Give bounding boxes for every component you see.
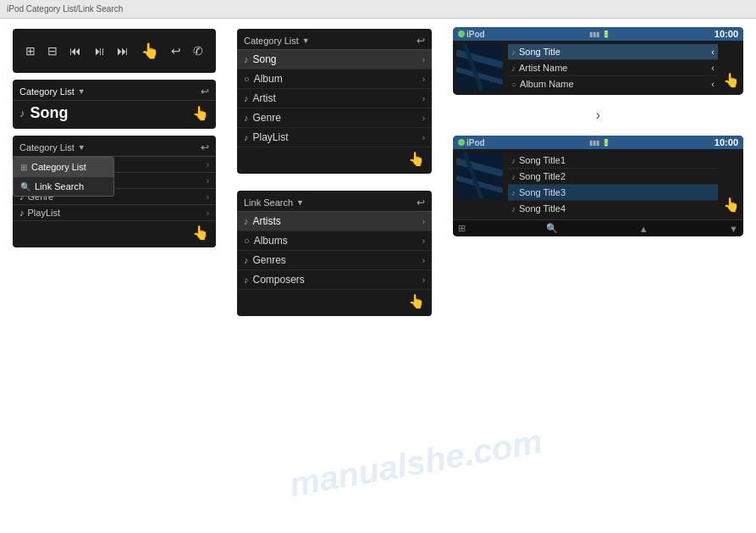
cat-list-panel: Category List ▼ ↩ ⊞ Category List 🔍 Link… — [13, 136, 216, 247]
hand-cursor-ipod1: 👆 — [723, 72, 740, 88]
cat-mid-item-artist[interactable]: ♪ Artist › — [237, 89, 432, 108]
artists-icon: ♪ — [244, 216, 249, 226]
ipod-status-2: ▮▮▮ 🔋 — [589, 139, 610, 147]
cat-dropdown-arrow[interactable]: ▼ — [78, 143, 86, 152]
album-art-svg-1 — [456, 44, 503, 91]
genre-mid-chevron: › — [422, 114, 425, 123]
phone-icon[interactable]: ✆ — [193, 44, 203, 58]
cat-mid-dropdown-arrow[interactable]: ▼ — [302, 36, 310, 45]
albums-label: Albums — [254, 235, 288, 247]
playlist-mid-icon: ♪ — [244, 132, 249, 142]
link-item-genres[interactable]: ♪ Genres › — [237, 251, 432, 270]
ipod-ctrl-search[interactable]: 🔍 — [546, 223, 558, 234]
cat-mid-item-playlist[interactable]: ♪ PlayList › — [237, 128, 432, 147]
link-item-composers[interactable]: ♪ Composers › — [237, 270, 432, 290]
ipod-ctrl-down[interactable]: ▼ — [729, 224, 738, 234]
albums-right: › — [422, 236, 425, 246]
cat-mid-back-icon[interactable]: ↩ — [417, 35, 425, 47]
ipod-ctrl-up[interactable]: ▲ — [639, 224, 648, 234]
ipod-track-artist-name[interactable]: ♪ Artist Name ‹ — [508, 60, 718, 76]
song-title-chevron: ‹ — [711, 47, 715, 57]
ipod-green-dot-2 — [458, 139, 465, 146]
ipod-track-song-title[interactable]: ♪ Song Title ‹ — [508, 44, 718, 60]
playlist-right: › — [422, 133, 425, 142]
link-search-dropdown-arrow[interactable]: ▼ — [296, 198, 304, 207]
cat-list-dropdown-area: Category List ▼ ↩ ⊞ Category List 🔍 Link… — [13, 136, 216, 247]
source-icon[interactable]: ⊟ — [47, 44, 58, 58]
cat-mid-header-left: Category List ▼ — [244, 36, 310, 46]
back-icon-song[interactable]: ↩ — [201, 86, 209, 97]
cat-song-header-label: Category List ▼ — [19, 86, 86, 97]
category-list-icon: ⊞ — [20, 163, 27, 172]
ipod-ctrl-grid[interactable]: ⊞ — [458, 223, 466, 234]
cat-mid-item-song[interactable]: ♪ Song › — [237, 50, 432, 69]
ipod-track-list-2: ♪ Song Title1 ♪ Song Title2 ♪ Song — [508, 153, 718, 216]
track-left-song1: ♪ Song Title1 — [511, 155, 566, 165]
playlist-icon: ♪ — [19, 208, 25, 218]
artist-right: › — [422, 94, 425, 103]
hand-cursor-transport: 👆 — [141, 42, 159, 60]
link-search-items: ♪ Artists › ○ Albums › — [237, 212, 432, 290]
link-search-back-icon[interactable]: ↩ — [417, 197, 425, 208]
signal-icon-2: ▮▮▮ — [589, 139, 599, 147]
composers-label: Composers — [253, 274, 305, 286]
artist-name-note: ♪ — [511, 64, 516, 73]
dropdown-item-link-search[interactable]: 🔍 Link Search — [14, 177, 113, 196]
cat-mid-item-album-left: ○ Album — [244, 73, 283, 85]
list-item-playlist[interactable]: ♪ PlayList › — [13, 205, 216, 221]
artist-name-label: Artist Name — [519, 63, 567, 73]
artist-chevron: › — [207, 176, 209, 186]
hand-cursor-list: 👆 — [192, 225, 209, 240]
ipod-album-art-1 — [456, 44, 503, 91]
transport-bar: ⊞ ⊟ ⏮ ⏯ ⏭ 👆 ↩ ✆ — [13, 29, 216, 73]
cat-mid-item-genre-left: ♪ Genre — [244, 112, 281, 124]
back-icon[interactable]: ↩ — [171, 44, 181, 58]
ipod-track-song3[interactable]: ♪ Song Title3 — [508, 185, 718, 201]
main-content: manualshe.com ⊞ ⊟ ⏮ ⏯ ⏭ 👆 ↩ ✆ Category L… — [0, 19, 756, 533]
ipod-screen-2: iPod ▮▮▮ 🔋 10:00 — [453, 136, 743, 236]
song1-note: ♪ — [511, 156, 516, 165]
album-mid-chevron: › — [422, 75, 425, 84]
hand-cursor-song: 👆 — [192, 105, 209, 121]
right-column: iPod ▮▮▮ 🔋 10:00 — [440, 19, 756, 533]
cat-mid-item-album[interactable]: ○ Album › — [237, 69, 432, 89]
composers-right: › — [422, 275, 425, 285]
album-right: › — [422, 75, 425, 84]
arrow-indicator: › — [453, 103, 743, 127]
ipod-track-song1[interactable]: ♪ Song Title1 — [508, 153, 718, 169]
cat-back-icon[interactable]: ↩ — [201, 142, 209, 153]
ipod-logo-text-1: iPod — [466, 30, 485, 39]
artists-label: Artists — [253, 215, 281, 227]
link-item-albums[interactable]: ○ Albums › — [237, 231, 432, 251]
cat-list-label: Category List — [19, 86, 74, 97]
ipod-logo-1: iPod — [458, 30, 485, 39]
link-item-artists[interactable]: ♪ Artists › — [237, 212, 432, 231]
note-icon-song: ♪ — [19, 107, 25, 119]
ipod-track-song4[interactable]: ♪ Song Title4 — [508, 201, 718, 216]
song2-label: Song Title2 — [519, 171, 566, 181]
album-art-svg-2 — [456, 153, 503, 199]
genre-mid-label: Genre — [253, 112, 281, 124]
album-mid-icon: ○ — [244, 74, 250, 84]
hand-cursor-link: 👆 — [408, 294, 425, 308]
prev-track-icon[interactable]: ⏮ — [69, 44, 81, 58]
dropdown-item-category-list[interactable]: ⊞ Category List — [14, 158, 113, 177]
next-track-icon[interactable]: ⏭ — [117, 44, 129, 58]
dropdown-arrow[interactable]: ▼ — [78, 87, 86, 96]
cat-list-header-left: Category List ▼ — [19, 142, 86, 153]
category-list-option: Category List — [31, 162, 86, 172]
grid-icon[interactable]: ⊞ — [25, 44, 36, 58]
ipod-header-2: iPod ▮▮▮ 🔋 10:00 — [453, 136, 743, 149]
song-label: Song — [30, 104, 69, 122]
genres-icon: ♪ — [244, 255, 249, 265]
play-pause-icon[interactable]: ⏯ — [93, 44, 105, 58]
song3-note: ♪ — [511, 188, 516, 197]
song4-label: Song Title4 — [519, 203, 566, 214]
album-name-chevron: ‹ — [711, 79, 715, 89]
song2-note: ♪ — [511, 172, 516, 181]
cat-mid-item-genre[interactable]: ♪ Genre › — [237, 108, 432, 128]
ipod-track-album-name[interactable]: ○ Album Name ‹ — [508, 76, 718, 92]
cat-list-header: Category List ▼ ↩ — [13, 139, 216, 157]
ipod-track-song2[interactable]: ♪ Song Title2 — [508, 169, 718, 185]
artists-right: › — [422, 217, 425, 226]
